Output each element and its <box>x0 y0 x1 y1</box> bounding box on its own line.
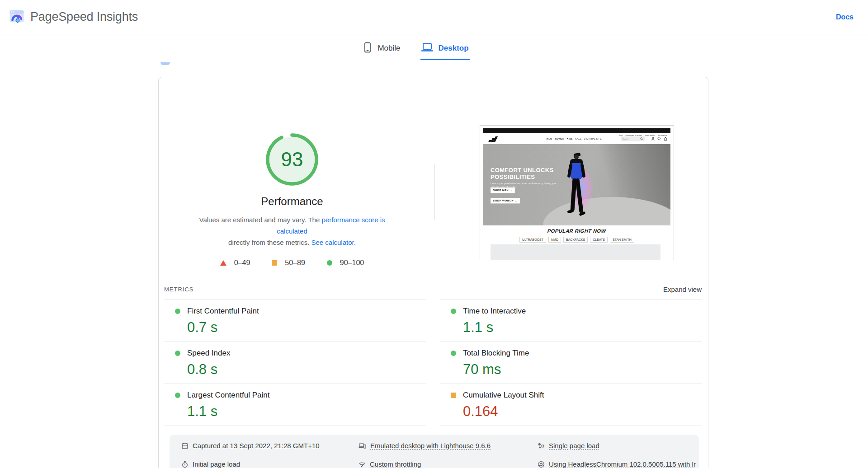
site-link-adiclub: join adiclub <box>658 134 667 136</box>
env-custom-throttling[interactable]: Custom throttling <box>359 459 526 468</box>
adidas-site-preview: help exchanges & returns order tracker j… <box>483 128 670 260</box>
hero-headline: COMFORT UNLOCKS POSSIBILITIES <box>491 167 554 180</box>
metric-largest-contentful-paint: Largest Contentful Paint 1.1 s <box>164 384 426 426</box>
site-bag-icon <box>664 137 667 140</box>
site-top-banner <box>483 128 670 133</box>
legend-fail-range: 0–49 <box>234 259 250 267</box>
tab-desktop-label: Desktop <box>439 44 469 53</box>
app-header: PageSpeed Insights Docs <box>0 0 868 34</box>
stopwatch-icon <box>181 461 189 468</box>
metric-name: Cumulative Layout Shift <box>463 391 544 400</box>
metric-time-to-interactive: Time to Interactive 1.1 s <box>440 300 702 342</box>
pagespeed-logo-icon <box>9 9 24 26</box>
metrics-header: METRICS Expand view <box>164 285 702 294</box>
env-captured-at: Captured at 13 Sept 2022, 21:28 GMT+10 <box>181 440 347 451</box>
metric-value: 1.1 s <box>187 403 426 420</box>
environment-column-2: Emulated desktop with Lighthouse 9.6.6 C… <box>347 440 526 468</box>
env-chromium-version[interactable]: Using HeadlessChromium 102.0.5005.115 wi… <box>538 459 699 468</box>
metrics-section-label: METRICS <box>164 286 194 293</box>
environment-column-3: Single page load Using HeadlessChromium … <box>526 440 699 468</box>
site-menu-women: WOMEN <box>555 137 565 140</box>
pass-circle-icon <box>175 309 180 314</box>
site-menu-sale: SALE <box>575 137 581 140</box>
env-text: Initial page load <box>193 460 240 468</box>
env-text: Emulated desktop with Lighthouse 9.6.6 <box>370 442 491 449</box>
popular-title: POPULAR RIGHT NOW <box>483 225 671 234</box>
metric-value: 1.1 s <box>463 319 702 336</box>
metric-name: First Contentful Paint <box>187 307 259 316</box>
performance-score-section: 93 Performance Values are estimated and … <box>179 77 405 267</box>
site-main-menu: MEN WOMEN KIDS SALE 3 STRIPE LIFE <box>547 137 602 140</box>
metric-cumulative-layout-shift: Cumulative Layout Shift 0.164 <box>440 384 702 426</box>
env-emulated-desktop[interactable]: Emulated desktop with Lighthouse 9.6.6 <box>359 440 526 451</box>
metric-value: 0.164 <box>463 403 702 420</box>
performance-title: Performance <box>179 195 405 208</box>
site-link-returns: exchanges & returns <box>626 134 642 136</box>
emulated-devices-icon <box>359 442 366 449</box>
fail-triangle-icon <box>220 260 226 266</box>
site-popular-section: POPULAR RIGHT NOW ULTRABOOST NMD BACKPAC… <box>483 225 670 260</box>
score-legend: 0–49 50–89 90–100 <box>179 259 405 267</box>
hero-model-figure <box>565 153 588 225</box>
legend-item-average: 50–89 <box>272 259 305 267</box>
site-link-help: help <box>619 134 623 136</box>
env-text: Captured at 13 Sept 2022, 21:28 GMT+10 <box>193 442 320 449</box>
metric-value: 0.8 s <box>187 361 426 378</box>
run-environment-footer: Captured at 13 Sept 2022, 21:28 GMT+10 I… <box>170 435 699 468</box>
pass-circle-icon <box>327 260 332 266</box>
shop-women-button: SHOP WOMEN → <box>491 198 520 203</box>
performance-gauge[interactable]: 93 <box>264 131 320 187</box>
desktop-laptop-icon <box>421 42 433 55</box>
pass-circle-icon <box>175 351 180 356</box>
score-screenshot-divider <box>434 164 435 220</box>
clipped-gauge-fragment <box>160 62 170 65</box>
report-card: 93 Performance Values are estimated and … <box>158 77 708 468</box>
metric-name: Time to Interactive <box>463 307 526 316</box>
device-tabs: Mobile Desktop <box>0 41 850 60</box>
network-throttle-icon <box>359 461 366 468</box>
site-nav-bar: help exchanges & returns order tracker j… <box>483 133 670 144</box>
docs-link[interactable]: Docs <box>836 13 854 21</box>
page-screenshot-thumbnail: help exchanges & returns order tracker j… <box>480 125 674 260</box>
tab-mobile[interactable]: Mobile <box>362 41 401 60</box>
chip-cleats: CLEATS <box>590 237 608 243</box>
legend-average-range: 50–89 <box>285 259 305 267</box>
site-content-placeholder <box>491 244 660 260</box>
tab-mobile-label: Mobile <box>377 44 400 53</box>
see-calculator-link[interactable]: See calculator. <box>311 239 355 246</box>
site-hero-banner: COMFORT UNLOCKS POSSIBILITIES Unlock you… <box>483 144 670 225</box>
chip-backpacks: BACKPACKS <box>563 237 588 243</box>
shop-men-button: SHOP MEN → <box>491 187 515 193</box>
performance-score-value: 93 <box>264 131 320 187</box>
metric-speed-index: Speed Index 0.8 s <box>164 342 426 384</box>
site-search-box: Search <box>621 136 645 141</box>
metric-name: Speed Index <box>187 349 230 358</box>
legend-item-fail: 0–49 <box>220 259 250 267</box>
popular-tag-chips: ULTRABOOST NMD BACKPACKS CLEATS STAN SMI… <box>483 237 670 243</box>
chromium-icon <box>538 461 545 468</box>
score-description-text-2: directly from these metrics. <box>228 239 311 246</box>
env-single-page-load[interactable]: Single page load <box>538 440 699 451</box>
site-menu-kids: KIDS <box>567 137 573 140</box>
site-nav-icons <box>651 137 667 140</box>
site-search-icon <box>640 137 643 140</box>
adidas-logo <box>489 136 499 142</box>
env-text: Custom throttling <box>370 460 421 468</box>
expand-view-link[interactable]: Expand view <box>663 285 702 293</box>
site-search-placeholder: Search <box>623 138 628 140</box>
env-initial-page-load: Initial page load <box>181 459 347 468</box>
site-menu-men: MEN <box>547 137 552 140</box>
average-square-icon <box>272 260 277 266</box>
metric-name: Total Blocking Time <box>463 349 529 358</box>
metric-name: Largest Contentful Paint <box>187 391 269 400</box>
metric-first-contentful-paint: First Contentful Paint 0.7 s <box>164 300 426 342</box>
page-load-icon <box>538 442 545 449</box>
site-account-icon <box>651 137 655 140</box>
site-link-order-tracker: order tracker <box>645 134 655 136</box>
chip-ultraboost: ULTRABOOST <box>519 237 546 243</box>
environment-column-1: Captured at 13 Sept 2022, 21:28 GMT+10 I… <box>170 440 347 468</box>
site-wishlist-heart-icon <box>657 137 661 140</box>
metric-value: 0.7 s <box>187 319 426 336</box>
tab-desktop[interactable]: Desktop <box>420 41 470 60</box>
score-description: Values are estimated and may vary. The p… <box>183 214 401 248</box>
